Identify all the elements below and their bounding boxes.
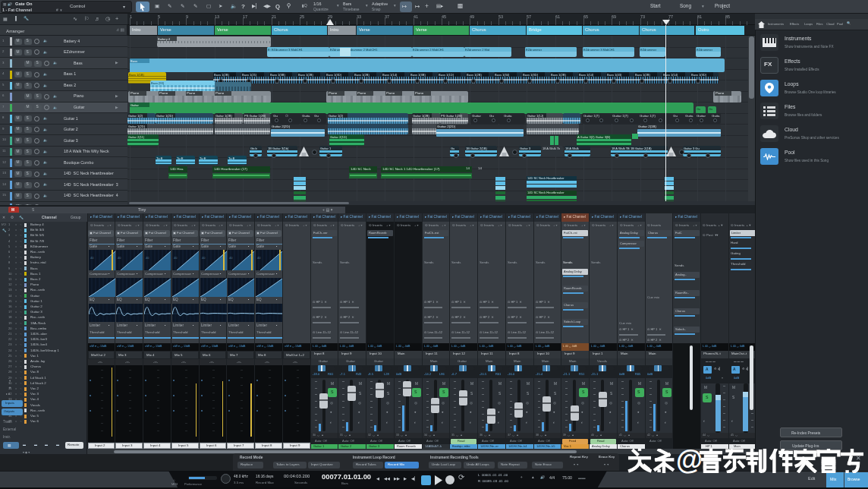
svg-text:40: 40 xyxy=(118,256,121,260)
svg-text:40: 40 xyxy=(146,256,149,260)
svg-text:40: 40 xyxy=(257,256,261,260)
svg-text:40: 40 xyxy=(90,256,94,260)
svg-text:40: 40 xyxy=(229,256,233,260)
svg-text:40: 40 xyxy=(174,256,178,260)
svg-text:40: 40 xyxy=(202,256,206,260)
